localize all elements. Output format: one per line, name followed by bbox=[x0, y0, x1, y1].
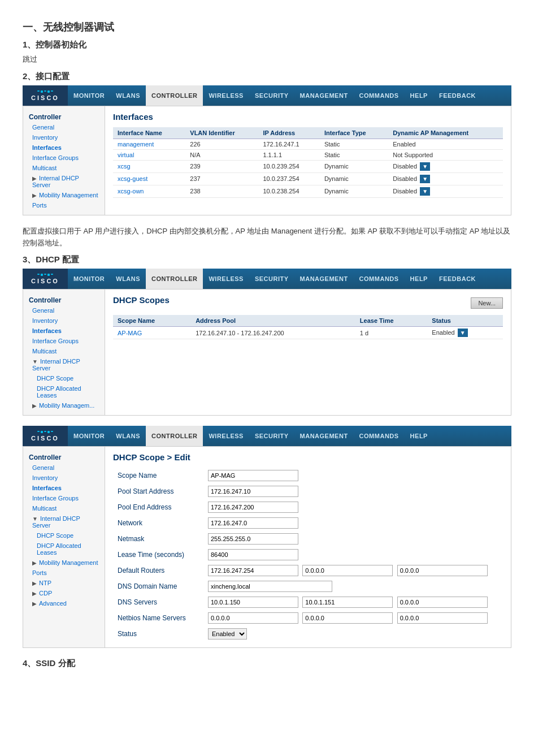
sidebar-item-interface-groups-3[interactable]: Interface Groups bbox=[23, 493, 105, 503]
nav-wlans-1[interactable]: WLANs bbox=[110, 85, 146, 106]
field-network[interactable] bbox=[208, 517, 298, 529]
nav-security-2[interactable]: SECURITY bbox=[249, 269, 294, 289]
sidebar-item-interface-groups-1[interactable]: Interface Groups bbox=[23, 153, 105, 163]
sidebar-item-ports-3[interactable]: Ports bbox=[23, 568, 105, 578]
sidebar-item-dhcp-scope-3[interactable]: DHCP Scope bbox=[23, 530, 105, 541]
sidebar-title-3: Controller bbox=[23, 451, 105, 463]
nav-bar-3: CISCO MONITOR WLANs CONTROLLER WIRELESS … bbox=[23, 426, 511, 446]
iface-link-management[interactable]: management bbox=[118, 141, 154, 148]
sidebar-item-interfaces-2[interactable]: Interfaces bbox=[23, 326, 105, 336]
sidebar-item-interface-groups-2[interactable]: Interface Groups bbox=[23, 336, 105, 346]
sidebar-item-interfaces-3[interactable]: Interfaces bbox=[23, 483, 105, 493]
sidebar-item-ntp-3[interactable]: NTP bbox=[23, 578, 105, 588]
field-router-1[interactable] bbox=[208, 565, 298, 576]
nav-help-1[interactable]: HELP bbox=[405, 85, 433, 106]
nav-commands-1[interactable]: COMMANDS bbox=[354, 85, 405, 106]
iface-link-xcsg-guest[interactable]: xcsg-guest bbox=[118, 175, 147, 182]
field-dns-3[interactable] bbox=[397, 597, 488, 608]
sidebar-item-dhcp-server-3[interactable]: Internal DHCP Server bbox=[23, 513, 105, 530]
td-vlan: 237 bbox=[185, 172, 258, 185]
field-router-2[interactable] bbox=[302, 565, 393, 576]
dhcp-arrow-1 bbox=[32, 175, 37, 182]
description-text: 配置虚拟接口用于 AP 用户进行接入，DHCP 由内部交换机分配，AP 地址由 … bbox=[23, 226, 511, 249]
nav-controller-1[interactable]: CONTROLLER bbox=[146, 85, 203, 106]
nav-commands-2[interactable]: COMMANDS bbox=[354, 269, 405, 289]
sidebar-item-multicast-2[interactable]: Multicast bbox=[23, 346, 105, 356]
sidebar-item-multicast-1[interactable]: Multicast bbox=[23, 163, 105, 173]
th-ip: IP Address bbox=[258, 127, 320, 139]
sidebar-item-dhcp-scope-2[interactable]: DHCP Scope bbox=[23, 373, 105, 383]
field-netbios-2[interactable] bbox=[302, 612, 393, 624]
field-dns-domain[interactable] bbox=[208, 581, 332, 592]
dap-dropdown-xcsg-own[interactable]: ▼ bbox=[420, 187, 430, 196]
iface-link-virtual[interactable]: virtual bbox=[118, 152, 134, 158]
nav-items-2: MONITOR WLANs CONTROLLER WIRELESS SECURI… bbox=[68, 269, 511, 289]
field-netbios-1[interactable] bbox=[208, 612, 298, 624]
sidebar-item-general-3[interactable]: General bbox=[23, 463, 105, 473]
field-dns-1[interactable] bbox=[208, 597, 298, 608]
nav-feedback-2[interactable]: FEEDBACK bbox=[433, 269, 481, 289]
field-dns-2[interactable] bbox=[302, 597, 393, 608]
sidebar-item-dhcp-leases-3[interactable]: DHCP Allocated Leases bbox=[23, 541, 105, 558]
field-netmask[interactable] bbox=[208, 533, 298, 545]
sidebar-item-dhcp-server-1[interactable]: Internal DHCP Server bbox=[23, 173, 105, 190]
sidebar-item-mobility-1[interactable]: Mobility Management bbox=[23, 190, 105, 200]
heading2-4: 4、SSID 分配 bbox=[23, 658, 511, 669]
ntp-arrow-3 bbox=[32, 580, 37, 586]
iface-link-xcsg-own[interactable]: xcsg-own bbox=[118, 188, 144, 195]
new-button[interactable]: New... bbox=[471, 297, 503, 309]
nav-controller-3[interactable]: CONTROLLER bbox=[146, 426, 203, 446]
sidebar-item-general-1[interactable]: General bbox=[23, 122, 105, 132]
field-label-pool-start: Pool Start Address bbox=[113, 483, 203, 499]
nav-monitor-1[interactable]: MONITOR bbox=[68, 85, 110, 106]
field-router-3[interactable] bbox=[397, 565, 488, 576]
status-dropdown-ap-mag[interactable]: ▼ bbox=[458, 329, 468, 337]
nav-management-3[interactable]: MANAGEMENT bbox=[294, 426, 354, 446]
nav-wlans-3[interactable]: WLANs bbox=[110, 426, 146, 446]
nav-security-3[interactable]: SECURITY bbox=[249, 426, 294, 446]
nav-commands-3[interactable]: COMMANDS bbox=[354, 426, 405, 446]
sidebar-item-inventory-3[interactable]: Inventory bbox=[23, 473, 105, 483]
sidebar-item-mobility-2[interactable]: Mobility Managem... bbox=[23, 400, 105, 411]
advanced-arrow-3 bbox=[32, 601, 37, 607]
field-status-select[interactable]: Enabled Disabled bbox=[208, 628, 247, 640]
nav-wireless-1[interactable]: WIRELESS bbox=[203, 85, 249, 106]
page-title-1: Interfaces bbox=[113, 112, 503, 122]
dhcp-arrow-3 bbox=[32, 516, 38, 522]
nav-controller-2[interactable]: CONTROLLER bbox=[146, 269, 203, 289]
sidebar-item-mobility-3[interactable]: Mobility Management bbox=[23, 558, 105, 568]
sidebar-item-dhcp-server-2[interactable]: Internal DHCP Server bbox=[23, 356, 105, 373]
field-netbios-3[interactable] bbox=[397, 612, 488, 624]
nav-feedback-1[interactable]: FEEDBACK bbox=[433, 85, 481, 106]
sidebar-item-advanced-3[interactable]: Advanced bbox=[23, 598, 105, 608]
sidebar-item-inventory-1[interactable]: Inventory bbox=[23, 132, 105, 142]
mobility-arrow-3 bbox=[32, 560, 37, 566]
nav-help-3[interactable]: HELP bbox=[405, 426, 433, 446]
field-lease-time[interactable] bbox=[208, 549, 298, 560]
sidebar-item-cdp-3[interactable]: CDP bbox=[23, 588, 105, 598]
field-pool-start[interactable] bbox=[208, 486, 298, 497]
scope-link-ap-mag[interactable]: AP-MAG bbox=[118, 330, 142, 336]
sidebar-item-inventory-2[interactable]: Inventory bbox=[23, 316, 105, 326]
field-scope-name[interactable] bbox=[208, 470, 298, 481]
sidebar-item-general-2[interactable]: General bbox=[23, 305, 105, 316]
iface-link-xcsg[interactable]: xcsg bbox=[118, 163, 131, 170]
sidebar-item-multicast-3[interactable]: Multicast bbox=[23, 503, 105, 513]
sidebar-item-dhcp-leases-2[interactable]: DHCP Allocated Leases bbox=[23, 383, 105, 400]
td-dap: Disabled ▼ bbox=[388, 172, 503, 185]
nav-help-2[interactable]: HELP bbox=[405, 269, 433, 289]
nav-monitor-2[interactable]: MONITOR bbox=[68, 269, 110, 289]
nav-wlans-2[interactable]: WLANs bbox=[110, 269, 146, 289]
nav-wireless-3[interactable]: WIRELESS bbox=[203, 426, 249, 446]
nav-monitor-3[interactable]: MONITOR bbox=[68, 426, 110, 446]
nav-management-1[interactable]: MANAGEMENT bbox=[294, 85, 354, 106]
field-pool-end[interactable] bbox=[208, 502, 298, 513]
sidebar-item-ports-1[interactable]: Ports bbox=[23, 200, 105, 210]
sidebar-item-interfaces-1[interactable]: Interfaces bbox=[23, 142, 105, 153]
nav-management-2[interactable]: MANAGEMENT bbox=[294, 269, 354, 289]
dap-dropdown-xcsg[interactable]: ▼ bbox=[420, 162, 430, 171]
dap-dropdown-xcsg-guest[interactable]: ▼ bbox=[420, 175, 430, 183]
nav-security-1[interactable]: SECURITY bbox=[249, 85, 294, 106]
sidebar-title-2: Controller bbox=[23, 294, 105, 305]
nav-wireless-2[interactable]: WIRELESS bbox=[203, 269, 249, 289]
